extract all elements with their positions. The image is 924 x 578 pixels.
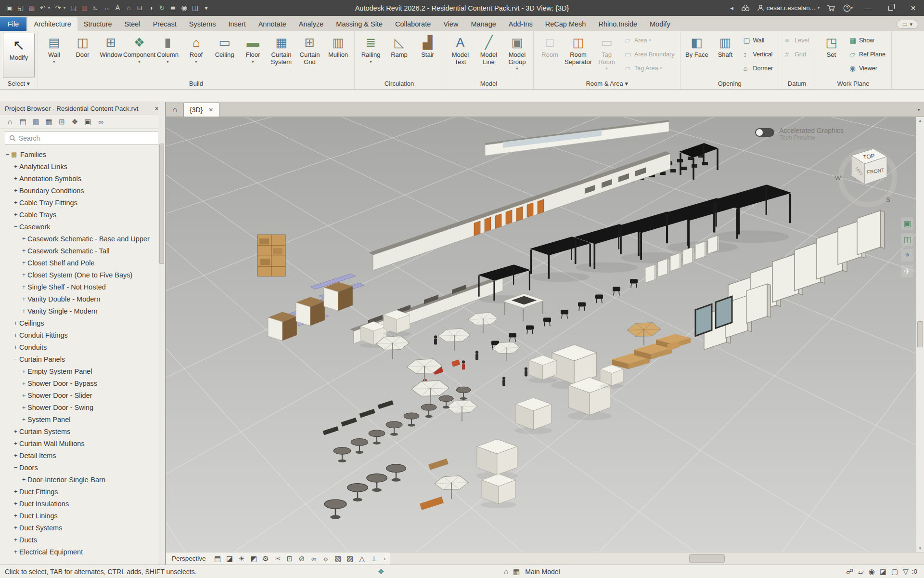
user-account-button[interactable]: cesar.r.escalan... ▾ [754, 4, 822, 12]
view-tab-3d[interactable]: {3D}✕ [183, 103, 219, 117]
viewcube-west-label[interactable]: W [835, 174, 841, 182]
tree-item[interactable]: +Curtain Wall Mullions [0, 437, 165, 449]
tree-item[interactable]: +Duct Insulations [0, 498, 165, 510]
panel-label-opening[interactable]: Opening [680, 79, 779, 89]
expand-icon[interactable]: + [12, 343, 19, 351]
tab-steel[interactable]: Steel [118, 17, 147, 31]
section-icon[interactable]: ⊟ [134, 0, 145, 16]
roof-button-dropdown-icon[interactable]: ▾ [195, 59, 197, 64]
expand-icon[interactable]: + [20, 404, 27, 411]
tab-add-ins[interactable]: Add-Ins [502, 17, 539, 31]
app-window-icon[interactable]: ▣ [4, 0, 15, 16]
sync-icon[interactable]: ↻ [156, 0, 167, 16]
home-icon[interactable]: ⌂ [166, 103, 183, 117]
search-input[interactable] [19, 134, 156, 142]
workset-home-icon[interactable]: ⌂ [501, 567, 511, 576]
tree-item[interactable]: +Conduits [0, 341, 165, 353]
tab-structure[interactable]: Structure [77, 17, 118, 31]
print-preview-icon[interactable]: ▥ [79, 0, 90, 16]
scroll-down-icon[interactable]: ▼ [916, 545, 924, 552]
lock-3d-view-icon[interactable]: ⊘ [296, 554, 308, 563]
save-icon[interactable]: ▦ [26, 0, 37, 16]
pb-groups-icon[interactable]: ▣ [82, 116, 94, 128]
tab-precast[interactable]: Precast [147, 17, 183, 31]
tree-item[interactable]: −Curtain Panels [0, 353, 165, 365]
tab-collaborate[interactable]: Collaborate [389, 17, 437, 31]
tree-item[interactable]: +Vanity Single - Modern [0, 305, 165, 317]
pb-sheets-icon[interactable]: ⊞ [56, 116, 68, 128]
collapse-icon[interactable]: − [12, 464, 19, 471]
view-cube[interactable]: W S TOP FRONT LEFT [831, 136, 903, 209]
qat-customize-icon[interactable]: ▾ [201, 0, 212, 16]
tree-item[interactable]: +Duct Systems [0, 522, 165, 534]
expand-icon[interactable]: + [12, 428, 19, 435]
pb-legends-icon[interactable]: ▥ [30, 116, 42, 128]
tree-item[interactable]: +Door-Interior-Single-Barn [0, 473, 165, 486]
expand-icon[interactable]: + [20, 295, 27, 302]
expand-icon[interactable]: + [12, 199, 19, 206]
window-button[interactable]: ⊞Window [97, 32, 125, 79]
view-tab-close-icon[interactable]: ✕ [208, 106, 213, 113]
model-text-button[interactable]: AModel Text [446, 32, 475, 79]
column-button-dropdown-icon[interactable]: ▾ [167, 59, 168, 64]
switch-windows-icon[interactable]: ◫ [190, 0, 201, 16]
worksharing-display-icon[interactable]: ▧ [332, 554, 344, 563]
panel-label-build[interactable]: Build [38, 79, 354, 89]
reveal-constraints-icon[interactable]: ⊥ [368, 554, 380, 563]
ribbon-display-toggle[interactable]: ▭ ▾ [897, 20, 918, 29]
open-icon[interactable]: ◱ [15, 0, 26, 16]
select-pinned-icon[interactable]: ◉ [866, 567, 877, 576]
tree-item[interactable]: +Cable Tray Fittings [0, 197, 165, 209]
tag-area-button[interactable]: ▱Tag Area▾ [622, 62, 677, 75]
expand-icon[interactable]: + [12, 452, 19, 459]
expand-icon[interactable]: + [12, 175, 19, 182]
tab-architecture[interactable]: Architecture [27, 17, 77, 31]
collapse-infocenter-icon[interactable]: ◂ [727, 0, 737, 16]
expand-icon[interactable]: + [12, 512, 19, 519]
tree-item[interactable]: +Closet System (One to Five Bays) [0, 269, 165, 281]
print-icon[interactable]: ▤ [68, 0, 79, 16]
expand-icon[interactable]: + [12, 331, 19, 339]
expand-icon[interactable]: + [12, 488, 19, 495]
vertical-opening-button[interactable]: ↕Vertical [740, 48, 776, 61]
component-button-dropdown-icon[interactable]: ▾ [138, 59, 140, 64]
pb-links-icon[interactable]: ∞ [95, 116, 107, 128]
tree-item[interactable]: +Analytical Links [0, 160, 165, 172]
tab-insert[interactable]: Insert [222, 17, 252, 31]
scroll-up-icon[interactable]: ▲ [916, 117, 924, 124]
wall-button[interactable]: ▤Wall▾ [40, 32, 68, 79]
panel-label-datum[interactable]: Datum [779, 79, 815, 89]
wall-button-dropdown-icon[interactable]: ▾ [53, 59, 55, 64]
thin-lines-icon[interactable]: ≣ [167, 0, 179, 16]
drag-on-selection-icon[interactable]: ▢ [889, 567, 900, 576]
area-button[interactable]: ▱Area▾ [622, 34, 677, 47]
wall-opening-button[interactable]: ▢Wall [740, 34, 776, 47]
tree-item[interactable]: +Boundary Conditions [0, 184, 165, 197]
expand-icon[interactable]: + [12, 211, 19, 218]
room-separator-button[interactable]: ◫Room Separator [564, 32, 592, 79]
show-work-plane-button[interactable]: ▦Show [847, 34, 888, 47]
floor-button[interactable]: ▬Floor▾ [239, 32, 267, 79]
tab-file[interactable]: File [0, 17, 26, 31]
tree-item[interactable]: +Detail Items [0, 449, 165, 461]
aligned-dimension-icon[interactable]: ↔ [101, 0, 112, 16]
collapse-icon[interactable]: − [12, 355, 19, 363]
curtain-grid-button[interactable]: ⊞Curtain Grid [295, 32, 324, 79]
room-button[interactable]: □Room [536, 32, 564, 79]
viewer-button[interactable]: ◉Viewer [847, 62, 888, 75]
undo-icon[interactable]: ↶ [37, 0, 48, 16]
tag-room-button[interactable]: ▭Tag Room▾ [592, 32, 621, 79]
shadows-icon[interactable]: ◩ [248, 554, 260, 563]
tab-list-menu-icon[interactable]: ▾ [913, 107, 924, 112]
dormer-button[interactable]: ⌂Dormer [740, 62, 776, 75]
expand-icon[interactable]: + [12, 319, 19, 327]
project-browser-scrollbar[interactable] [158, 102, 165, 565]
expand-icon[interactable]: + [20, 271, 27, 278]
restore-button[interactable] [880, 0, 901, 16]
tree-item[interactable]: +Duct Fittings [0, 486, 165, 498]
tab-massing-site[interactable]: Massing & Site [330, 17, 389, 31]
redo-icon-arrow[interactable]: ▾ [64, 6, 68, 10]
fly-mode-icon[interactable]: ✈ [901, 265, 913, 277]
tree-item[interactable]: +System Panel [0, 413, 165, 425]
default-3d-view-icon[interactable]: ⌂ [123, 0, 134, 16]
